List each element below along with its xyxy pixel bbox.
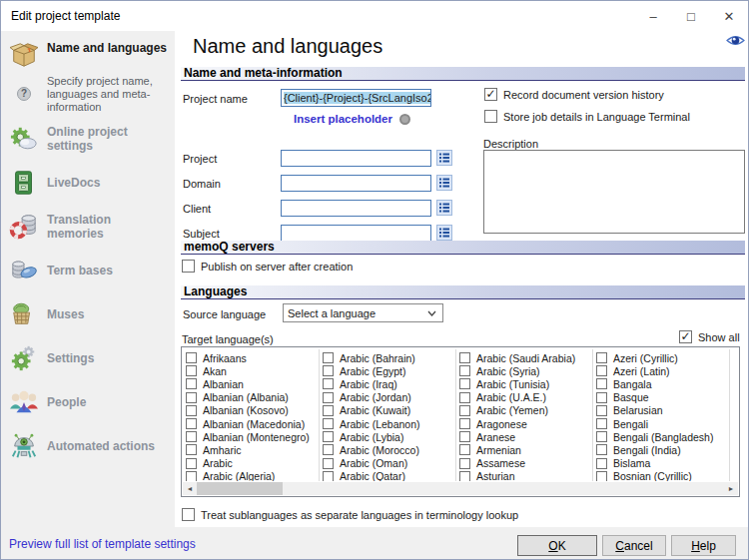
language-option-arabic-qatar[interactable]: Arabic (Qatar) (323, 470, 455, 481)
language-option-amharic[interactable]: Amharic (186, 443, 319, 456)
cancel-button[interactable]: Cancel (602, 535, 666, 556)
sidebar-item-settings[interactable]: Settings (1, 336, 175, 380)
language-option-arabic-jordan[interactable]: Arabic (Jordan) (323, 391, 455, 404)
language-option-afrikaans[interactable]: Afrikaans (186, 351, 319, 364)
sidebar-item-name-and-languages[interactable]: Name and languages?Specify project name,… (1, 39, 175, 117)
language-option-bangala[interactable]: Bangala (596, 377, 729, 390)
language-checkbox[interactable] (323, 471, 334, 481)
language-option-bengali-india[interactable]: Bengali (India) (596, 443, 729, 456)
language-checkbox[interactable] (596, 378, 607, 389)
language-option-albanian-montenegro[interactable]: Albanian (Montenegro) (186, 430, 319, 443)
language-checkbox[interactable] (323, 418, 334, 429)
language-checkbox[interactable] (323, 352, 334, 363)
language-checkbox[interactable] (186, 444, 197, 455)
client-input[interactable] (281, 200, 431, 217)
language-option-arabic-algeria[interactable]: Arabic (Algeria) (186, 470, 319, 481)
language-option-aragonese[interactable]: Aragonese (459, 417, 592, 430)
language-option-arabic-iraq[interactable]: Arabic (Iraq) (323, 377, 455, 390)
language-option-arabic-egypt[interactable]: Arabic (Egypt) (323, 364, 455, 377)
scroll-left-icon[interactable]: ◄ (183, 482, 197, 495)
language-checkbox[interactable] (186, 378, 197, 389)
language-option-arabic-syria[interactable]: Arabic (Syria) (459, 364, 592, 377)
language-checkbox[interactable] (186, 365, 197, 376)
maximize-button[interactable]: □ (672, 1, 710, 31)
language-checkbox[interactable] (459, 431, 470, 442)
language-checkbox[interactable] (459, 418, 470, 429)
subject-input[interactable] (281, 225, 431, 242)
language-option-arabic-morocco[interactable]: Arabic (Morocco) (323, 443, 455, 456)
language-option-basque[interactable]: Basque (596, 391, 729, 404)
language-checkbox[interactable] (596, 431, 607, 442)
scrollbar-thumb[interactable] (197, 482, 283, 495)
language-checkbox[interactable] (459, 392, 470, 403)
scroll-right-icon[interactable]: ► (724, 482, 738, 495)
language-option-arabic-yemen[interactable]: Arabic (Yemen) (459, 404, 592, 417)
language-option-bengali-bangladesh[interactable]: Bengali (Bangladesh) (596, 430, 729, 443)
sidebar-item-livedocs[interactable]: LiveDocs (1, 161, 175, 205)
treat-sublanguages-checkbox[interactable] (182, 508, 195, 521)
language-option-aranese[interactable]: Aranese (459, 430, 592, 443)
sidebar-item-automated-actions[interactable]: Automated actions (1, 424, 175, 468)
eye-icon[interactable] (726, 34, 745, 47)
language-option-bislama[interactable]: Bislama (596, 457, 729, 470)
publish-on-server-checkbox[interactable] (182, 260, 195, 273)
language-checkbox[interactable] (596, 471, 607, 481)
language-option-arabic-u-a-e[interactable]: Arabic (U.A.E.) (459, 391, 592, 404)
language-option-albanian-kosovo[interactable]: Albanian (Kosovo) (186, 404, 319, 417)
language-checkbox[interactable] (596, 365, 607, 376)
horizontal-scrollbar[interactable]: ◄ ► (183, 482, 738, 495)
language-option-arabic-bahrain[interactable]: Arabic (Bahrain) (323, 351, 455, 364)
domain-input[interactable] (281, 175, 431, 192)
language-option-bosnian-cyrillic[interactable]: Bosnian (Cyrillic) (596, 470, 729, 481)
help-button[interactable]: Help (671, 535, 736, 556)
language-checkbox[interactable] (186, 471, 197, 481)
language-checkbox[interactable] (459, 365, 470, 376)
language-checkbox[interactable] (186, 431, 197, 442)
store-job-details-checkbox[interactable] (484, 110, 497, 123)
language-option-azeri-cyrillic[interactable]: Azeri (Cyrillic) (596, 351, 729, 364)
language-option-belarusian[interactable]: Belarusian (596, 404, 729, 417)
list-picker-icon[interactable] (436, 200, 452, 216)
language-option-arabic-lebanon[interactable]: Arabic (Lebanon) (323, 417, 455, 430)
list-picker-icon[interactable] (436, 150, 452, 166)
language-option-arabic-tunisia[interactable]: Arabic (Tunisia) (459, 377, 592, 390)
language-checkbox[interactable] (459, 405, 470, 416)
language-checkbox[interactable] (186, 405, 197, 416)
record-version-history-checkbox[interactable] (484, 88, 497, 101)
language-option-assamese[interactable]: Assamese (459, 457, 592, 470)
language-option-arabic-kuwait[interactable]: Arabic (Kuwait) (323, 404, 455, 417)
show-all-checkbox[interactable] (679, 330, 692, 343)
language-checkbox[interactable] (323, 365, 334, 376)
language-checkbox[interactable] (323, 444, 334, 455)
language-checkbox[interactable] (596, 392, 607, 403)
language-option-asturian[interactable]: Asturian (459, 470, 592, 481)
language-checkbox[interactable] (596, 444, 607, 455)
language-checkbox[interactable] (186, 392, 197, 403)
sidebar-item-people[interactable]: People (1, 380, 175, 424)
sidebar-item-muses[interactable]: Muses (1, 292, 175, 336)
list-picker-icon[interactable] (436, 175, 452, 191)
language-checkbox[interactable] (596, 405, 607, 416)
language-option-akan[interactable]: Akan (186, 364, 319, 377)
language-checkbox[interactable] (323, 458, 334, 469)
description-textarea[interactable] (483, 150, 745, 234)
language-checkbox[interactable] (186, 418, 197, 429)
source-language-dropdown[interactable]: Select a language (283, 303, 443, 322)
language-option-arabic-saudi-arabia[interactable]: Arabic (Saudi Arabia) (459, 351, 592, 364)
language-checkbox[interactable] (459, 352, 470, 363)
language-checkbox[interactable] (596, 458, 607, 469)
language-option-azeri-latin[interactable]: Azeri (Latin) (596, 364, 729, 377)
language-checkbox[interactable] (323, 392, 334, 403)
language-checkbox[interactable] (459, 444, 470, 455)
language-checkbox[interactable] (323, 378, 334, 389)
insert-placeholder-link[interactable]: Insert placeholder (281, 113, 392, 125)
preview-template-settings-link[interactable]: Preview full list of template settings (9, 537, 196, 551)
minimize-button[interactable]: – (634, 1, 672, 31)
language-checkbox[interactable] (459, 471, 470, 481)
language-option-albanian-albania[interactable]: Albanian (Albania) (186, 391, 319, 404)
project-input[interactable] (281, 150, 431, 167)
language-checkbox[interactable] (323, 431, 334, 442)
list-picker-icon[interactable] (436, 225, 452, 241)
language-checkbox[interactable] (323, 405, 334, 416)
project-name-input[interactable]: {Client}-{Project}-{SrcLangIso2}-{TrgL (281, 89, 431, 107)
